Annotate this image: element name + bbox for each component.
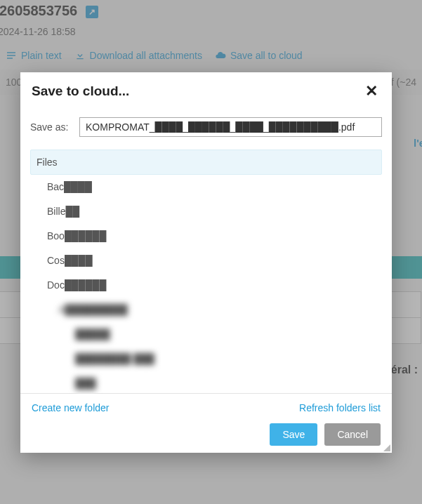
modal-header: Save to cloud... ✕ <box>20 72 392 110</box>
folder-label: Doc██████ <box>47 279 106 291</box>
modal-links-row: Create new folder Refresh folders list <box>20 394 392 422</box>
save-to-cloud-modal: Save to cloud... ✕ Save as: Files Bac███… <box>20 72 392 453</box>
save-button[interactable]: Save <box>270 423 317 446</box>
folder-label: Bille██ <box>47 206 79 217</box>
folder-label: █████ <box>75 329 110 340</box>
folder-item[interactable]: Boo██████ <box>30 224 382 248</box>
modal-buttons: Save Cancel <box>20 422 392 453</box>
folder-item[interactable]: A█████████ <box>30 298 382 322</box>
folder-item[interactable]: Bille██ <box>30 199 382 224</box>
close-icon[interactable]: ✕ <box>362 82 381 100</box>
folder-label: Cos████ <box>47 255 93 266</box>
save-as-row: Save as: <box>20 110 392 144</box>
folder-item[interactable]: █████ <box>30 322 382 347</box>
create-folder-link[interactable]: Create new folder <box>32 402 110 413</box>
folder-item[interactable]: ███ <box>30 371 382 393</box>
folder-item[interactable]: Doc██████ <box>30 273 382 298</box>
folder-item[interactable]: ████████ ███ <box>30 347 382 371</box>
refresh-folders-link[interactable]: Refresh folders list <box>299 402 381 413</box>
save-as-label: Save as: <box>30 121 71 133</box>
resize-grip-icon[interactable] <box>382 443 390 451</box>
folder-label: Boo██████ <box>47 230 106 241</box>
folder-label: Bac████ <box>47 181 92 192</box>
modal-title: Save to cloud... <box>32 84 362 99</box>
filename-input[interactable] <box>79 117 382 137</box>
folder-label: ████████ ███ <box>75 353 154 364</box>
folder-item[interactable]: Cos████ <box>30 248 382 273</box>
files-header: Files <box>30 150 382 175</box>
cancel-button[interactable]: Cancel <box>324 423 381 446</box>
folder-label: ███ <box>75 378 96 389</box>
folder-item[interactable]: Bac████ <box>30 175 382 199</box>
folder-tree: Bac████ Bille██ Boo██████ Cos████ Doc███… <box>20 175 392 393</box>
folder-label: A█████████ <box>58 304 128 315</box>
